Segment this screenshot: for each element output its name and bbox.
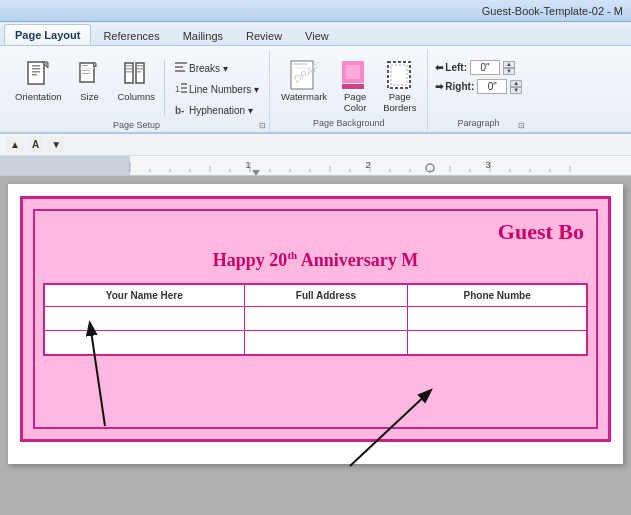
ribbon-group-paragraph: ⬅ Left: 0" ▲ ▼ ➡ Right: 0" ▲ ▼ Paragra xyxy=(428,50,528,132)
svg-rect-38 xyxy=(130,156,631,176)
col-phone: Phone Numbe xyxy=(408,285,587,307)
page-color-button[interactable]: PageColor xyxy=(334,56,376,117)
document-page: Guest Bo Happy 20th Anniversary M Your N… xyxy=(8,184,623,464)
svg-rect-15 xyxy=(126,71,132,73)
page-inner-border: Guest Bo Happy 20th Anniversary M Your N… xyxy=(33,209,598,429)
watermark-label: Watermark xyxy=(281,91,327,102)
row1-col3 xyxy=(408,307,587,331)
col-address: Full Address xyxy=(244,285,408,307)
line-numbers-button[interactable]: 1 Line Numbers ▾ xyxy=(169,79,263,99)
page-borders-icon xyxy=(384,59,416,91)
svg-rect-4 xyxy=(32,74,37,76)
size-button[interactable]: Size xyxy=(68,56,110,105)
svg-rect-26 xyxy=(181,91,187,93)
ribbon: Orientation Size xyxy=(0,46,631,134)
indent-left-spinners[interactable]: ▲ ▼ xyxy=(503,61,515,75)
size-icon xyxy=(73,59,105,91)
svg-rect-7 xyxy=(80,68,94,69)
page-borders-label: PageBorders xyxy=(383,91,416,114)
window-title: Guest-Book-Template-02 - M xyxy=(482,5,623,17)
tab-view[interactable]: View xyxy=(294,25,340,45)
line-numbers-label: Line Numbers ▾ xyxy=(189,84,259,95)
breaks-label: Breaks ▾ xyxy=(189,63,228,74)
watermark-icon: DRAFT xyxy=(288,59,320,91)
hyphenation-icon: b‐ xyxy=(173,102,189,118)
toolbar-up-btn[interactable]: ▲ xyxy=(6,137,24,152)
indent-left-row: ⬅ Left: 0" ▲ ▼ xyxy=(435,60,523,75)
table-row xyxy=(45,307,587,331)
svg-rect-9 xyxy=(82,65,88,66)
breaks-icon xyxy=(173,60,189,76)
document-area: Guest Bo Happy 20th Anniversary M Your N… xyxy=(0,176,631,515)
svg-rect-19 xyxy=(137,71,141,73)
columns-button[interactable]: Columns xyxy=(112,56,160,105)
page-color-label: PageColor xyxy=(344,91,367,114)
orientation-label: Orientation xyxy=(15,91,61,102)
svg-rect-31 xyxy=(293,67,309,69)
orientation-icon xyxy=(22,59,54,91)
indent-left-down[interactable]: ▼ xyxy=(503,68,515,75)
divider xyxy=(164,60,165,116)
ribbon-group-page-setup: Orientation Size xyxy=(4,50,270,132)
tab-page-layout[interactable]: Page Layout xyxy=(4,24,91,45)
svg-rect-11 xyxy=(82,73,90,74)
orientation-button[interactable]: Orientation xyxy=(10,56,66,105)
app-window: Guest-Book-Template-02 - M Page Layout R… xyxy=(0,0,631,515)
page-background-label: Page Background xyxy=(313,118,385,130)
svg-text:1: 1 xyxy=(175,84,180,94)
guest-book-title: Guest Bo xyxy=(43,219,588,245)
ruler: 1 2 3 xyxy=(0,156,631,176)
svg-rect-10 xyxy=(82,70,90,71)
svg-rect-17 xyxy=(137,65,143,67)
indent-right-value[interactable]: 0" xyxy=(477,79,507,94)
indent-left-label: ⬅ Left: xyxy=(435,62,467,73)
hyphenation-button[interactable]: b‐ Hyphenation ▾ xyxy=(169,100,263,120)
svg-rect-20 xyxy=(175,62,187,64)
indent-right-up[interactable]: ▲ xyxy=(510,80,522,87)
svg-rect-21 xyxy=(175,66,183,68)
indent-right-spinners[interactable]: ▲ ▼ xyxy=(510,80,522,94)
indent-left-value[interactable]: 0" xyxy=(470,60,500,75)
guest-table: Your Name Here Full Address Phone Numbe xyxy=(44,284,587,355)
size-label: Size xyxy=(80,91,98,102)
guest-table-container: Your Name Here Full Address Phone Numbe xyxy=(43,283,588,356)
svg-text:b‐: b‐ xyxy=(175,105,184,116)
row1-col1 xyxy=(45,307,245,331)
line-numbers-icon: 1 xyxy=(173,81,189,97)
ribbon-tabs: Page Layout References Mailings Review V… xyxy=(0,22,631,46)
tab-mailings[interactable]: Mailings xyxy=(172,25,234,45)
anniversary-subtitle: Happy 20th Anniversary M xyxy=(43,249,588,271)
page-borders-button[interactable]: PageBorders xyxy=(378,56,421,117)
svg-rect-18 xyxy=(137,68,143,70)
svg-rect-3 xyxy=(32,71,40,73)
col-name: Your Name Here xyxy=(45,285,245,307)
tab-review[interactable]: Review xyxy=(235,25,293,45)
watermark-button[interactable]: DRAFT Watermark xyxy=(276,56,332,105)
paragraph-label: Paragraph xyxy=(457,118,499,130)
tab-references[interactable]: References xyxy=(92,25,170,45)
svg-rect-24 xyxy=(181,83,187,85)
svg-text:1: 1 xyxy=(245,160,250,170)
svg-text:2: 2 xyxy=(365,160,370,170)
breaks-button[interactable]: Breaks ▾ xyxy=(169,58,263,78)
page-pink-background: Guest Bo Happy 20th Anniversary M Your N… xyxy=(20,196,611,442)
svg-rect-34 xyxy=(342,84,364,89)
toolbar-row: ▲ A ▼ xyxy=(0,134,631,156)
ruler-svg: 1 2 3 xyxy=(0,156,631,176)
row1-col2 xyxy=(244,307,408,331)
toolbar-down-btn[interactable]: ▼ xyxy=(47,137,65,152)
indent-left-up[interactable]: ▲ xyxy=(503,61,515,68)
svg-text:3: 3 xyxy=(485,160,490,170)
row2-col2 xyxy=(244,331,408,355)
row2-col1 xyxy=(45,331,245,355)
page-setup-expand[interactable]: ⊡ xyxy=(257,120,267,130)
paragraph-expand[interactable]: ⊡ xyxy=(516,120,526,130)
columns-icon xyxy=(120,59,152,91)
toolbar-a-btn[interactable]: A xyxy=(28,137,43,152)
svg-rect-1 xyxy=(32,65,40,67)
page-color-icon xyxy=(339,59,371,91)
columns-label: Columns xyxy=(117,91,155,102)
indent-right-down[interactable]: ▼ xyxy=(510,87,522,94)
page-setup-buttons: Orientation Size xyxy=(10,52,263,120)
indent-right-label: ➡ Right: xyxy=(435,81,475,92)
